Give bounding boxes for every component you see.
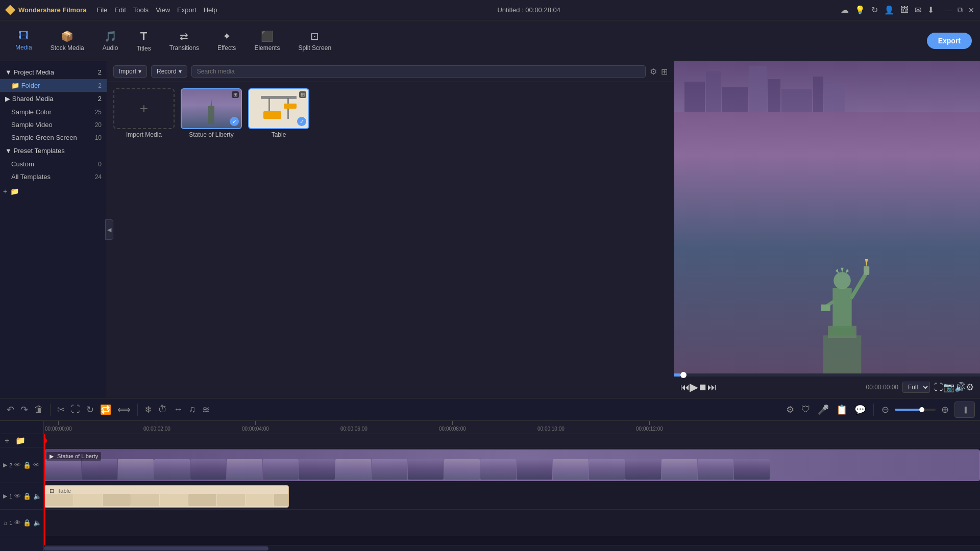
search-input[interactable]: [191, 65, 646, 78]
maximize-button[interactable]: ⧉: [957, 7, 964, 14]
track-v2-lock[interactable]: 🔒: [23, 461, 31, 469]
tool-elements[interactable]: ⬛ Elements: [247, 27, 287, 55]
zoom-in-button[interactable]: ⊕: [940, 403, 950, 417]
media-item-table[interactable]: ✓ ⊞ Table: [248, 88, 309, 138]
account-icon[interactable]: 👤: [884, 5, 894, 15]
track-label-v2: ▶ 2 👁 🔒 👁: [0, 447, 43, 483]
sample-color-item[interactable]: Sample Color 25: [0, 106, 107, 118]
track-a1-eye[interactable]: 👁: [14, 519, 21, 527]
shield-button[interactable]: 🛡: [800, 403, 812, 416]
media-add-button[interactable]: 📋: [835, 403, 849, 417]
statue-clip[interactable]: ▶ Statue of Liberty: [44, 449, 980, 481]
preset-templates-header[interactable]: ▼ Preset Templates: [0, 144, 107, 158]
ruler-tick-4: 00:00:04:00: [242, 421, 269, 432]
track-v1-lock[interactable]: 🔒: [23, 492, 31, 500]
settings-button[interactable]: ⚙: [966, 382, 974, 393]
audio-button[interactable]: ♫: [187, 403, 198, 416]
mirror-button[interactable]: ⟺: [116, 403, 132, 417]
menu-help[interactable]: Help: [204, 6, 217, 14]
play-pause-button[interactable]: ▶: [690, 381, 698, 394]
track-v2-vol[interactable]: 👁: [33, 461, 40, 469]
mic-button[interactable]: 🎤: [816, 403, 830, 417]
menu-export[interactable]: Export: [177, 6, 197, 14]
refresh-icon[interactable]: ↻: [871, 5, 878, 15]
sample-green-screen-item[interactable]: Sample Green Screen 10: [0, 131, 107, 144]
photos-icon[interactable]: 🖼: [900, 6, 909, 15]
fullscreen-button[interactable]: ⛶: [934, 382, 943, 393]
tool-titles[interactable]: T Titles: [129, 27, 158, 55]
minimize-button[interactable]: —: [945, 7, 952, 14]
import-button[interactable]: Import ▾: [113, 65, 147, 78]
tool-split-screen[interactable]: ⊡ Split Screen: [291, 27, 338, 55]
rotate-button[interactable]: ↻: [85, 403, 95, 417]
mail-icon[interactable]: ✉: [915, 5, 921, 15]
zoom-bar[interactable]: [895, 409, 936, 411]
stretch-button[interactable]: ↔: [172, 403, 184, 416]
project-media-header[interactable]: ▼ Project Media 2: [0, 65, 107, 79]
bulb-icon[interactable]: 💡: [855, 5, 865, 15]
statue-thumb[interactable]: ✓ ⊞: [181, 88, 242, 129]
menu-file[interactable]: File: [96, 6, 107, 14]
skip-back-button[interactable]: ⏮: [680, 382, 690, 393]
undo-button[interactable]: ↶: [5, 403, 16, 417]
skip-forward-button[interactable]: ⏭: [707, 382, 717, 393]
custom-template-item[interactable]: Custom 0: [0, 158, 107, 170]
scroll-thumb[interactable]: [44, 546, 268, 550]
cloud-icon[interactable]: ☁: [841, 5, 849, 15]
close-button[interactable]: ✕: [968, 7, 975, 14]
stop-button[interactable]: ⏹: [698, 382, 707, 393]
seek-thumb[interactable]: [680, 372, 687, 378]
import-placeholder[interactable]: +: [113, 88, 175, 129]
new-folder-tl-btn[interactable]: 📁: [14, 434, 27, 447]
menu-tools[interactable]: Tools: [133, 6, 149, 14]
quality-select[interactable]: Full 1/2 1/4: [902, 382, 930, 393]
crop-button[interactable]: ⛶: [69, 403, 82, 416]
motion-button[interactable]: ≋: [201, 403, 211, 417]
grid-view-icon[interactable]: ⊞: [661, 67, 668, 77]
table-clip[interactable]: ⊡ Table: [44, 485, 289, 508]
all-templates-item[interactable]: All Templates 24: [0, 170, 107, 183]
snapshot-button[interactable]: 📷: [943, 382, 954, 393]
caption-button[interactable]: 💬: [853, 403, 867, 417]
redo-button[interactable]: ↷: [19, 403, 30, 417]
volume-button[interactable]: 🔊: [954, 382, 966, 393]
media-item-statue[interactable]: ✓ ⊞ Statue of Liberty: [181, 88, 242, 138]
cut-button[interactable]: ✂: [56, 403, 66, 417]
table-thumb[interactable]: ✓ ⊞: [248, 88, 309, 129]
filter-icon[interactable]: ⚙: [650, 67, 657, 77]
folder-item[interactable]: 📁 Folder 2: [0, 79, 107, 92]
tool-audio[interactable]: 🎵 Audio: [95, 27, 126, 55]
new-folder-icon[interactable]: 📁: [10, 187, 19, 195]
track-v2-expand[interactable]: ▶: [3, 462, 7, 468]
track-v2-eye[interactable]: 👁: [14, 461, 21, 469]
download-icon[interactable]: ⬇: [927, 5, 934, 15]
add-to-timeline-icon[interactable]: +: [3, 187, 7, 195]
delete-button[interactable]: 🗑: [33, 403, 45, 416]
import-media-item[interactable]: + Import Media: [113, 88, 175, 138]
track-v1-eye[interactable]: 👁: [14, 492, 21, 500]
menu-view[interactable]: View: [156, 6, 170, 14]
zoom-out-button[interactable]: ⊖: [880, 403, 891, 417]
speed-button[interactable]: ⏱: [157, 403, 169, 416]
panel-collapse-arrow[interactable]: ◀: [105, 219, 113, 240]
freeze-button[interactable]: ❄: [143, 403, 154, 417]
sample-video-item[interactable]: Sample Video 20: [0, 118, 107, 131]
add-to-timeline-btn[interactable]: +: [3, 435, 11, 447]
export-button[interactable]: Export: [927, 33, 972, 49]
playhead[interactable]: [44, 434, 45, 545]
tool-stock-media[interactable]: 📦 Stock Media: [43, 27, 91, 55]
timeline-scrollbar[interactable]: [44, 545, 980, 551]
loop-button[interactable]: 🔁: [99, 403, 113, 417]
track-v1-vol[interactable]: 🔈: [33, 492, 41, 500]
tool-effects[interactable]: ✦ Effects: [210, 27, 243, 55]
tool-transitions[interactable]: ⇄ Transitions: [162, 27, 206, 55]
settings-tl-button[interactable]: ⚙: [785, 403, 796, 417]
menu-edit[interactable]: Edit: [114, 6, 126, 14]
record-button[interactable]: Record ▾: [151, 65, 187, 78]
track-a1-vol[interactable]: 🔈: [33, 519, 41, 527]
preview-seekbar[interactable]: [674, 373, 980, 377]
track-a1-lock[interactable]: 🔒: [23, 519, 31, 527]
shared-media-header[interactable]: ▶ Shared Media 2: [0, 92, 107, 106]
track-v1-expand[interactable]: ▶: [3, 493, 7, 499]
tool-media[interactable]: 🎞 Media: [8, 27, 39, 54]
